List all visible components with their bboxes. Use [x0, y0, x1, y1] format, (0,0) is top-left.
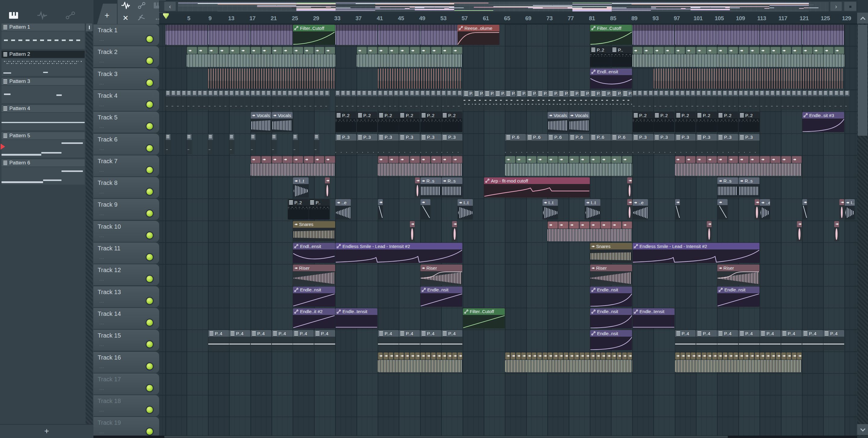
audio-cell-clip[interactable]: ↠: [187, 47, 197, 54]
track-options[interactable]: ...: [99, 36, 104, 41]
pattern-clip-header[interactable]: [797, 90, 802, 96]
audio-cell-clip[interactable]: ↠: [293, 47, 303, 54]
pattern-clip-header[interactable]: [659, 90, 664, 96]
audio-cell-clip[interactable]: ↠: [441, 47, 452, 54]
pattern-clip-body[interactable]: [696, 337, 717, 350]
audio-cell-clip[interactable]: ↠: [813, 47, 823, 54]
audio-clip-body[interactable]: [590, 271, 632, 285]
audio-clip-header[interactable]: ↠Vocals: [251, 112, 272, 119]
pattern-mini-clip[interactable]: [410, 90, 415, 110]
audio-cell-clip[interactable]: ↠: [601, 156, 611, 163]
pattern-clip-body[interactable]: [675, 337, 696, 350]
pattern-mini-clip[interactable]: [426, 90, 430, 110]
automation-clip-body[interactable]: [421, 293, 462, 307]
audio-cell-clip[interactable]: ↠: [542, 352, 547, 359]
track-header[interactable]: Track 5 ...: [93, 112, 159, 133]
pattern-clip-header[interactable]: P..4: [696, 330, 717, 337]
audio-clip-body[interactable]: [251, 119, 272, 132]
audio-cell-clip[interactable]: ↠: [240, 47, 250, 54]
audio-cell-clip[interactable]: ↠: [314, 156, 324, 163]
vertical-scrollbar-thumb[interactable]: [858, 25, 867, 136]
pattern-clip-body[interactable]: [781, 96, 786, 110]
vertical-scrollbar[interactable]: [857, 13, 868, 438]
pattern-clip-body[interactable]: [431, 96, 436, 110]
pattern-clip-body[interactable]: [813, 96, 818, 110]
pattern-clip-body[interactable]: [272, 140, 277, 154]
pattern-clip-header[interactable]: [171, 90, 176, 96]
audio-clip[interactable]: ↠R..s: [717, 177, 738, 198]
automation-clip-body[interactable]: [458, 31, 499, 45]
mini-audio-clip-header[interactable]: ↠: [717, 199, 727, 205]
audio-cell-clip[interactable]: ↠: [532, 352, 536, 359]
pattern-mini-clip[interactable]: [288, 90, 293, 110]
audio-cell-clip[interactable]: ↠: [781, 352, 786, 359]
audio-cell-clip[interactable]: ↠: [622, 352, 627, 359]
mini-audio-clip[interactable]: ↠: [755, 199, 760, 219]
pattern-clip-header[interactable]: [845, 90, 849, 96]
pattern-clip[interactable]: P..3: [654, 134, 675, 154]
automation-clip-header[interactable]: Endl..ensit: [293, 243, 335, 250]
pattern-mini-clip[interactable]: [680, 90, 685, 110]
audio-cell-clip[interactable]: ↠: [261, 156, 272, 163]
pattern-clip[interactable]: P..4: [421, 330, 441, 350]
audio-cell-clip[interactable]: ↠: [452, 156, 462, 163]
audio-cell-clip[interactable]: ↠: [516, 156, 526, 163]
mini-audio-clip-header[interactable]: ↠: [415, 177, 420, 183]
pattern-clip-body[interactable]: [808, 96, 812, 110]
pattern-clip-header[interactable]: [818, 90, 823, 96]
wave-icon[interactable]: [37, 11, 49, 21]
automation-clip[interactable]: Endle..nsit: [293, 287, 335, 307]
pattern-clip[interactable]: P..5: [590, 90, 600, 110]
pattern-clip-header[interactable]: [245, 90, 250, 96]
pattern-mini-clip[interactable]: [367, 90, 372, 110]
audio-cell-clip[interactable]: ↠: [410, 47, 420, 54]
pattern-clip[interactable]: P..3: [357, 134, 378, 154]
pattern-clip-header[interactable]: [176, 90, 181, 96]
track-options[interactable]: ...: [99, 102, 104, 107]
mini-audio-clip-header[interactable]: ↠: [797, 221, 802, 227]
pattern-mini-clip[interactable]: [251, 90, 255, 110]
audio-clip-body[interactable]: [421, 184, 441, 198]
automation-clip-header[interactable]: Endle..nsit: [717, 287, 759, 293]
pattern-clip-header[interactable]: [399, 90, 404, 96]
pattern-clip-body[interactable]: [357, 96, 362, 110]
automation-clip-header[interactable]: Endle..nsit: [590, 287, 632, 293]
pattern-clip-header[interactable]: P..2: [336, 112, 356, 119]
audio-clip-body[interactable]: [760, 206, 770, 219]
playlist-grid[interactable]: Filter..Cutoff Reese..olume Filter..Cuto…: [159, 24, 857, 438]
playlist-minimap[interactable]: ‹ ›: [159, 1, 857, 12]
audio-cell-clip[interactable]: ↠: [696, 47, 707, 54]
pattern-mini-clip[interactable]: [192, 90, 197, 110]
audio-cell-clip[interactable]: ↠: [696, 156, 707, 163]
audio-cell-clip[interactable]: ↠: [739, 352, 744, 359]
audio-clip-header[interactable]: ↠..e: [760, 199, 770, 206]
pattern-clip-header[interactable]: P..: [611, 47, 632, 53]
mini-audio-clip-header[interactable]: ↠: [707, 221, 712, 227]
pattern-mini-clip[interactable]: [834, 90, 839, 110]
pattern-clip-body[interactable]: [166, 96, 170, 110]
pattern-clip-body[interactable]: [399, 141, 420, 154]
pattern-mini-clip[interactable]: [797, 90, 802, 110]
automation-clip-body[interactable]: [293, 293, 335, 307]
pattern-clip-body[interactable]: [319, 96, 324, 110]
pattern-clip-header[interactable]: [288, 90, 293, 96]
pattern-clip-body[interactable]: [505, 97, 516, 110]
pattern-clip-header[interactable]: [717, 90, 722, 96]
audio-cell-clip[interactable]: ↠: [797, 352, 802, 359]
waveform-clip[interactable]: [505, 360, 632, 372]
pattern-clip[interactable]: P..6: [569, 134, 590, 154]
pattern-clip-body[interactable]: [723, 96, 727, 110]
pattern-clip-header[interactable]: [739, 90, 744, 96]
pattern-mini-clip[interactable]: [664, 90, 669, 110]
track-options[interactable]: ...: [99, 189, 104, 194]
pattern-clip-body[interactable]: [680, 96, 685, 110]
track-header[interactable]: Track 15 ...: [93, 330, 159, 351]
pattern-clip[interactable]: P..6: [527, 134, 547, 154]
audio-clip-body[interactable]: [272, 119, 293, 132]
pattern-clip-header[interactable]: P..4: [739, 330, 760, 337]
pattern-clip-header[interactable]: P..4: [421, 330, 441, 337]
automation-clip-body[interactable]: [293, 315, 335, 328]
audio-cell-clip[interactable]: ↠: [410, 352, 415, 359]
link-tool-icon[interactable]: [138, 2, 146, 10]
pattern-mini-clip[interactable]: [373, 90, 377, 110]
